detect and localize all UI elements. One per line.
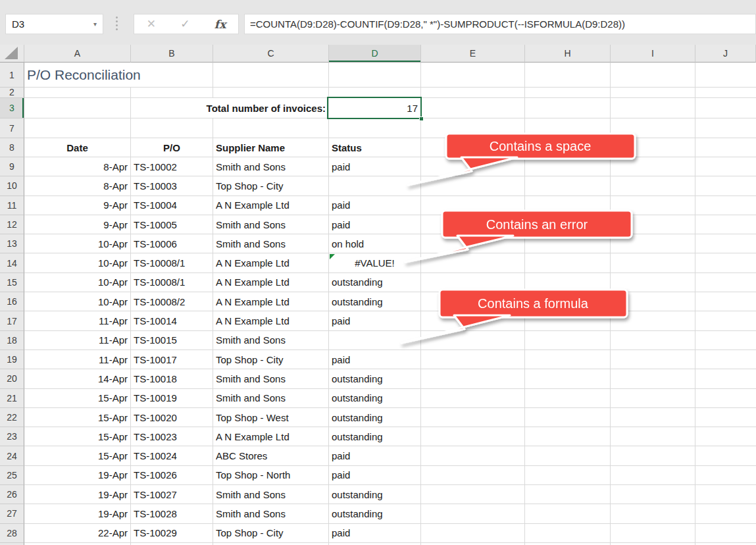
cell-B9[interactable]: TS-10002: [131, 157, 213, 176]
row-header-2[interactable]: 2: [0, 88, 24, 98]
cell-C13[interactable]: Smith and Sons: [213, 234, 329, 253]
cell-B7[interactable]: [131, 118, 213, 138]
cell-A14[interactable]: 10-Apr: [24, 253, 131, 272]
cell-B8-po-header[interactable]: P/O: [131, 138, 213, 157]
cell-H8[interactable]: [525, 138, 611, 157]
cell-D20[interactable]: outstanding: [329, 369, 421, 388]
cell-E3[interactable]: [421, 98, 525, 118]
cell-E12[interactable]: [421, 215, 525, 234]
cell-J3[interactable]: [695, 98, 756, 118]
row-header-25[interactable]: 25: [0, 466, 24, 485]
cell-A2[interactable]: [24, 88, 131, 98]
cell-A18[interactable]: 11-Apr: [24, 331, 131, 350]
cell-H10[interactable]: [525, 176, 611, 195]
cell-D22[interactable]: outstanding: [329, 408, 421, 427]
cell-H23[interactable]: [525, 427, 611, 446]
cell-J17[interactable]: [695, 311, 756, 330]
cell-E8[interactable]: [421, 138, 525, 157]
cell-B15[interactable]: TS-10008/1: [131, 273, 213, 292]
cancel-icon[interactable]: ✕: [147, 17, 156, 31]
row-header-26[interactable]: 26: [0, 485, 24, 504]
cell-D8-status-header[interactable]: Status: [329, 138, 421, 157]
row-header-10[interactable]: 10: [0, 176, 24, 195]
row-header-11[interactable]: 11: [0, 196, 24, 215]
cell-E25[interactable]: [421, 466, 525, 485]
cell-H22[interactable]: [525, 408, 611, 427]
column-header-A[interactable]: A: [24, 45, 131, 63]
cell-I3[interactable]: [611, 98, 695, 118]
row-header-14[interactable]: 14: [0, 253, 24, 272]
cell-A22[interactable]: 15-Apr: [24, 408, 131, 427]
cell-I28[interactable]: [611, 524, 695, 543]
select-all-corner[interactable]: [0, 45, 24, 63]
cell-I20[interactable]: [611, 369, 695, 388]
fill-handle[interactable]: [419, 117, 424, 121]
cell-B16[interactable]: TS-10008/2: [131, 292, 213, 311]
cell-J9[interactable]: [695, 157, 756, 176]
cell-A19[interactable]: 11-Apr: [24, 350, 131, 369]
cell-H12[interactable]: [525, 215, 611, 234]
cell-A12[interactable]: 9-Apr: [24, 215, 131, 234]
cell-E28[interactable]: [421, 524, 525, 543]
cell-H26[interactable]: [525, 485, 611, 504]
cell-I13[interactable]: [611, 234, 695, 253]
cell-D7[interactable]: [329, 118, 421, 138]
cell-J7[interactable]: [695, 118, 756, 138]
cell-A9[interactable]: 8-Apr: [24, 157, 131, 176]
cell-E24[interactable]: [421, 446, 525, 465]
cell-C21[interactable]: Smith and Sons: [213, 389, 329, 408]
cell-J24[interactable]: [695, 446, 756, 465]
cell-H2[interactable]: [525, 88, 611, 98]
cell-C28[interactable]: Top Shop - City: [213, 524, 329, 543]
cell-J18[interactable]: [695, 331, 756, 350]
column-header-I[interactable]: I: [611, 45, 695, 63]
cell-A26[interactable]: 19-Apr: [24, 485, 131, 504]
cell-C23[interactable]: A N Example Ltd: [213, 427, 329, 446]
cell-I25[interactable]: [611, 466, 695, 485]
cell-B10[interactable]: TS-10003: [131, 176, 213, 195]
cell-I27[interactable]: [611, 504, 695, 523]
row-header-7[interactable]: 7: [0, 118, 24, 138]
cell-E7[interactable]: [421, 118, 525, 138]
cell-E13[interactable]: [421, 234, 525, 253]
cell-C16[interactable]: A N Example Ltd: [213, 292, 329, 311]
cell-I23[interactable]: [611, 427, 695, 446]
cell-D18[interactable]: [329, 331, 421, 350]
cell-I24[interactable]: [611, 446, 695, 465]
cell-C25[interactable]: Top Shop - North: [213, 466, 329, 485]
row-header-15[interactable]: 15: [0, 273, 24, 292]
row-header-16[interactable]: 16: [0, 292, 24, 311]
cell-D14[interactable]: #VALUE!: [329, 253, 421, 272]
cell-J8[interactable]: [695, 138, 756, 157]
cell-J25[interactable]: [695, 466, 756, 485]
cell-J28[interactable]: [695, 524, 756, 543]
row-header-19[interactable]: 19: [0, 350, 24, 369]
cell-I12[interactable]: [611, 215, 695, 234]
cell-A7[interactable]: [24, 118, 131, 138]
cell-C26[interactable]: Smith and Sons: [213, 485, 329, 504]
cell-H27[interactable]: [525, 504, 611, 523]
cell-C8-supplier-header[interactable]: Supplier Name: [213, 138, 329, 157]
cell-A27[interactable]: 19-Apr: [24, 504, 131, 523]
cell-H18[interactable]: [525, 331, 611, 350]
column-header-E[interactable]: E: [421, 45, 525, 63]
cell-I14[interactable]: [611, 253, 695, 272]
cell-H24[interactable]: [525, 446, 611, 465]
cell-B28[interactable]: TS-10029: [131, 524, 213, 543]
row-header-22[interactable]: 22: [0, 408, 24, 427]
cell-B11[interactable]: TS-10004: [131, 196, 213, 215]
cell-B12[interactable]: TS-10005: [131, 215, 213, 234]
cell-C15[interactable]: A N Example Ltd: [213, 273, 329, 292]
column-header-B[interactable]: B: [131, 45, 213, 63]
cell-E11[interactable]: [421, 196, 525, 215]
cell-C24[interactable]: ABC Stores: [213, 446, 329, 465]
cell-A15[interactable]: 10-Apr: [24, 273, 131, 292]
cell-C17[interactable]: A N Example Ltd: [213, 311, 329, 330]
column-header-H[interactable]: H: [525, 45, 611, 63]
cell-I19[interactable]: [611, 350, 695, 369]
cell-A25[interactable]: 19-Apr: [24, 466, 131, 485]
cell-C12[interactable]: Smith and Sons: [213, 215, 329, 234]
cell-J16[interactable]: [695, 292, 756, 311]
cell-J10[interactable]: [695, 176, 756, 195]
cell-I10[interactable]: [611, 176, 695, 195]
